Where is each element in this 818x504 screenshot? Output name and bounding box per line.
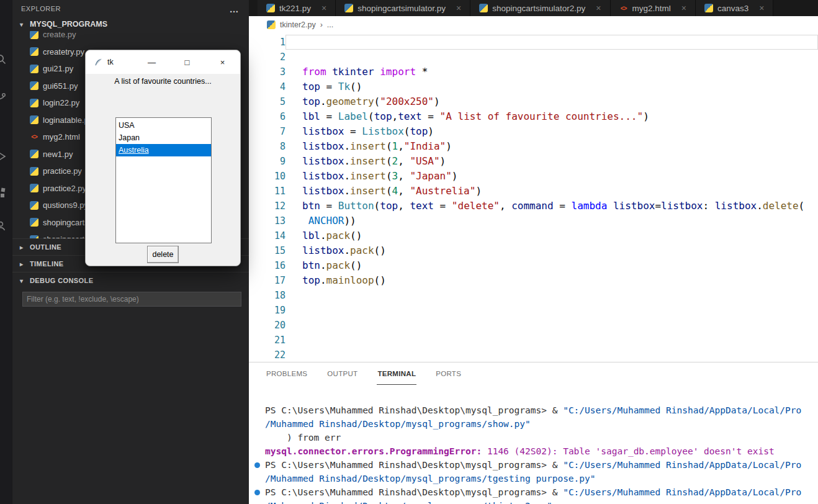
code-line: 10listbox.insert(3, "Japan") — [249, 169, 818, 184]
chevron-right-icon: › — [320, 20, 323, 29]
code-token: lbl — [302, 230, 320, 241]
code-token: . — [344, 170, 350, 182]
panel-tab-terminal[interactable]: TERMINAL — [377, 362, 416, 385]
line-number: 17 — [249, 273, 285, 288]
folder-mysql-programs[interactable]: ▾ MYSQL_PROGRAMS — [12, 17, 249, 31]
code-token: text — [398, 110, 422, 122]
python-file-icon — [266, 4, 275, 12]
editor-tab[interactable]: tk221.py× — [258, 0, 336, 16]
code-token: listbox — [302, 140, 344, 152]
run-debug-icon[interactable] — [0, 149, 8, 164]
code-token: "A list of favourite countries..." — [440, 110, 644, 122]
panel-tab-output[interactable]: OUTPUT — [326, 362, 358, 385]
code-token: ) — [428, 125, 434, 137]
listbox-item[interactable]: Japan — [116, 132, 211, 144]
source-control-icon[interactable] — [0, 89, 8, 104]
command-decoration-dot — [254, 490, 260, 495]
terminal-token: /Muhammed Rinshad/Desktop/mysql_programs… — [265, 419, 531, 429]
file-name: myg2.html — [43, 132, 80, 142]
python-file-icon — [30, 218, 38, 227]
code-token: geometry — [326, 96, 374, 107]
breadcrumb-file[interactable]: tkinter2.py — [280, 20, 316, 29]
more-actions-icon[interactable]: … — [230, 4, 240, 14]
code-area[interactable]: 123from tkinter import *4top = Tk()5top.… — [249, 34, 818, 362]
editor-tab[interactable]: <>myg2.html× — [611, 0, 696, 16]
code-token: listbox — [302, 170, 344, 182]
editor-tab[interactable]: canvas3× — [696, 0, 773, 16]
code-text: top = Tk() — [285, 79, 818, 94]
code-token: : — [703, 200, 714, 212]
search-icon[interactable] — [0, 52, 8, 67]
code-line: 9listbox.insert(2, "USA") — [249, 154, 818, 169]
terminal-content[interactable]: PS C:\Users\Muhammed Rinshad\Desktop\mys… — [249, 385, 818, 504]
code-token: command — [511, 200, 553, 212]
terminal-text: PS C:\Users\Muhammed Rinshad\Desktop\mys… — [265, 405, 801, 415]
close-icon[interactable]: × — [456, 3, 461, 13]
code-token: )) — [344, 215, 356, 227]
listbox-item[interactable]: USA — [116, 119, 211, 132]
code-text — [285, 333, 818, 348]
terminal-line: ) from err — [249, 431, 818, 444]
close-icon[interactable]: × — [321, 3, 326, 13]
code-token: () — [350, 81, 362, 92]
code-token: . — [320, 96, 326, 107]
tk-app-window[interactable]: tk — □ × A list of favourite countries..… — [85, 50, 241, 266]
code-token: ( — [386, 140, 392, 152]
code-token: "200x250" — [380, 96, 434, 107]
close-button[interactable]: × — [205, 50, 240, 74]
file-name: practice2.py — [43, 184, 86, 193]
minimize-button[interactable]: — — [134, 50, 169, 74]
code-token: from — [302, 66, 326, 78]
delete-button[interactable]: delete — [147, 246, 179, 263]
maximize-button[interactable]: □ — [169, 50, 205, 74]
line-number: 10 — [249, 169, 285, 184]
listbox-item[interactable]: Austrelia — [116, 144, 211, 156]
debug-filter-input[interactable] — [22, 292, 241, 307]
code-token: ) — [643, 110, 649, 122]
vscode-window: EXPLORER … ▾ MYSQL_PROGRAMS create.pycre… — [0, 0, 818, 504]
section-label: TIMELINE — [30, 260, 64, 268]
code-line: 13 ANCHOR)) — [249, 214, 818, 228]
code-line: 11listbox.insert(4, "Austrelia") — [249, 184, 818, 199]
python-file-icon — [267, 20, 276, 29]
close-icon[interactable]: × — [681, 3, 686, 13]
python-file-icon — [30, 99, 38, 107]
code-text: listbox.insert(1,"India") — [285, 139, 818, 154]
code-line: 1 — [249, 35, 818, 50]
section-debug-console[interactable]: ▾ DEBUG CONSOLE — [12, 272, 249, 289]
file-name: gui21.py — [43, 64, 73, 73]
code-line: 22 — [249, 348, 818, 362]
code-token: delete — [763, 200, 799, 212]
line-number: 14 — [249, 228, 285, 243]
chevron-down-icon: ▾ — [20, 277, 30, 284]
panel-tab-problems[interactable]: PROBLEMS — [266, 362, 308, 385]
line-number: 20 — [249, 318, 285, 333]
account-icon[interactable] — [0, 218, 8, 233]
code-token: = — [320, 81, 338, 92]
code-token: () — [374, 274, 386, 286]
code-text: top.mainloop() — [285, 273, 818, 288]
code-token: 1 — [392, 140, 398, 152]
panel-tab-ports[interactable]: PORTS — [435, 362, 462, 385]
editor-tab[interactable]: shopingcartsimulator.py× — [336, 0, 470, 16]
code-token: = — [422, 110, 440, 122]
code-line: 19 — [249, 303, 818, 318]
line-number: 16 — [249, 258, 285, 273]
file-name: qustions9.py — [43, 200, 88, 210]
tk-window-body: A list of favourite countries... USAJapa… — [86, 77, 240, 266]
editor-group: tk221.py×shopingcartsimulator.py×shoping… — [249, 0, 818, 504]
code-text — [285, 35, 818, 50]
breadcrumb-ellipsis[interactable]: ... — [327, 20, 333, 29]
code-token: ( — [404, 125, 410, 137]
code-token: top — [302, 274, 320, 286]
tk-titlebar[interactable]: tk — □ × — [86, 50, 240, 74]
code-text: btn = Button(top, text = "delete", comma… — [285, 199, 818, 214]
line-number: 1 — [249, 35, 285, 50]
terminal-token: /Muhammed Rinshad/Desktop/mysql_programs… — [265, 474, 596, 484]
extensions-icon[interactable] — [0, 186, 8, 201]
countries-listbox[interactable]: USAJapanAustrelia — [115, 117, 212, 243]
close-icon[interactable]: × — [596, 3, 601, 13]
close-icon[interactable]: × — [759, 3, 764, 13]
editor-tab[interactable]: shopingcartsimulator2.py× — [470, 0, 610, 16]
code-text: listbox.insert(2, "USA") — [285, 154, 818, 169]
